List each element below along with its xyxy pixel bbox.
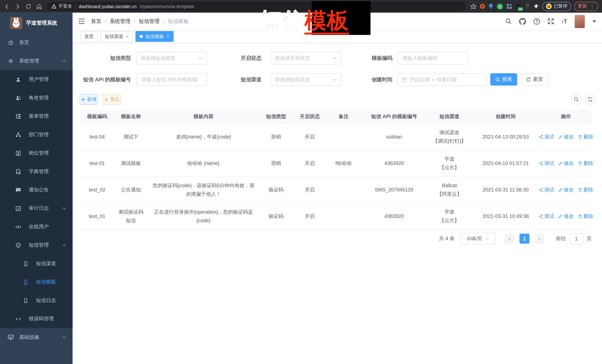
tab-sms-template[interactable]: 短信模板 × <box>135 31 173 42</box>
sms-type-select[interactable]: 请选择短信类型 <box>136 52 207 64</box>
ext-tool-icon[interactable] <box>525 3 530 9</box>
sidebar-item-audit-log[interactable]: 审计日志 <box>0 199 73 217</box>
table-row[interactable]: test-01 测试模板 哈哈哈 {name} 营销 开启 f哈哈哈 43839… <box>80 150 592 177</box>
action-delete-link[interactable]: 删除 <box>578 186 593 194</box>
prev-page-button[interactable]: ‹ <box>505 234 515 244</box>
font-size-icon[interactable]: TT <box>561 18 567 24</box>
action-test-link[interactable]: 测试 <box>538 212 554 221</box>
pencil-icon <box>558 135 563 139</box>
table-refresh-button[interactable] <box>585 94 595 105</box>
sidebar-item-sms-channel[interactable]: 短信渠道 <box>0 254 73 273</box>
date-range-picker[interactable]: 开始日期 - 结束日期 <box>398 73 487 86</box>
sidebar-item-sms[interactable]: 短信管理 <box>0 236 73 254</box>
reload-icon[interactable] <box>25 3 32 10</box>
tab-sms-channel[interactable]: 短信渠道 × <box>101 31 133 42</box>
action-test-link[interactable]: 测试 <box>538 133 554 141</box>
table-row[interactable]: test-04 测试下 老鸡{name}，牛逼{code} 营销 开启 suib… <box>80 124 592 150</box>
col-header: 短信渠道 <box>428 110 471 124</box>
annotation-red-text: 模板 <box>304 8 349 35</box>
page-1-button[interactable]: 1 <box>520 234 529 244</box>
reset-button[interactable]: 重置 <box>521 73 548 85</box>
sidebar-item-users[interactable]: 用户管理 <box>0 70 73 89</box>
forward-icon[interactable] <box>15 3 21 10</box>
sidebar-fold-icon[interactable] <box>78 18 85 24</box>
avatar-caret-down-icon[interactable] <box>592 20 596 22</box>
fullscreen-icon[interactable] <box>548 18 554 24</box>
sidebar-item-label: 通知公告 <box>29 187 49 193</box>
sidebar-item-posts[interactable]: 岗位管理 <box>0 144 73 162</box>
sidebar-item-infrastructure[interactable]: 基础设施 <box>0 328 73 346</box>
breadcrumb-sms[interactable]: 短信管理 <box>139 18 160 25</box>
shield-check-icon <box>15 242 21 248</box>
url-path: /system/sms/sms-template <box>140 4 194 9</box>
ext-orange-ring-icon[interactable] <box>480 4 485 9</box>
back-icon[interactable] <box>4 3 10 10</box>
action-edit-link[interactable]: 修改 <box>558 186 574 194</box>
table-search-toggle-button[interactable] <box>571 94 582 105</box>
phone-icon <box>23 261 28 266</box>
profile-paused-pill[interactable]: 已暂停 <box>543 2 571 11</box>
sidebar-item-online-users[interactable]: 在线用户 <box>0 218 73 236</box>
search-button[interactable]: 搜索 <box>490 73 517 85</box>
add-button[interactable]: 新增 <box>79 94 98 105</box>
address-bar[interactable]: 不安全 dashboard.yudao.iocoder.cn/system/sm… <box>47 2 466 11</box>
goto-label: 前往 <box>556 235 566 242</box>
action-delete-link[interactable]: 删除 <box>578 159 593 168</box>
ext-tampermonkey-icon[interactable]: on <box>516 4 521 9</box>
action-delete-link[interactable]: 删除 <box>578 212 593 221</box>
action-edit-link[interactable]: 修改 <box>558 159 574 168</box>
bookmark-star-icon[interactable] <box>470 3 476 10</box>
share-icon <box>538 187 543 192</box>
template-code-input[interactable] <box>401 55 464 61</box>
goto-page-input[interactable] <box>570 233 583 244</box>
channel-select[interactable]: 请选择短信渠道 <box>271 73 341 86</box>
help-icon[interactable] <box>533 18 540 25</box>
github-icon[interactable] <box>519 18 526 25</box>
sidebar-item-departments[interactable]: 部门管理 <box>0 125 73 144</box>
search-icon[interactable] <box>505 18 512 24</box>
select-placeholder: 请选择短信渠道 <box>275 76 330 83</box>
security-warning[interactable]: 不安全 <box>52 3 72 10</box>
breadcrumb-home[interactable]: 首页 <box>91 18 101 25</box>
breadcrumb-system[interactable]: 系统管理 <box>110 18 130 25</box>
update-button[interactable]: 更新 ⋮ <box>574 2 598 11</box>
col-header: 开启状态 <box>293 110 327 124</box>
sidebar-item-system[interactable]: 系统管理 <box>0 52 73 70</box>
sidebar-item-roles[interactable]: 角色管理 <box>0 89 73 107</box>
sidebar-item-notice[interactable]: 通知公告 <box>0 181 73 199</box>
action-test-link[interactable]: 测试 <box>538 159 554 168</box>
tab-close-icon[interactable]: × <box>126 34 129 39</box>
browser-menu-icon[interactable]: ⋮ <box>590 3 595 9</box>
action-test-link[interactable]: 测试 <box>538 186 554 194</box>
col-header: 模板名称 <box>114 110 148 124</box>
sidebar-item-error-code[interactable]: 错误码管理 <box>0 310 73 328</box>
sidebar-item-sms-template[interactable]: 短信模板 <box>0 273 73 291</box>
api-template-id-input[interactable] <box>140 76 203 83</box>
page-size-select[interactable]: 10条/页 <box>460 233 496 244</box>
ext-blue-gem-icon[interactable] <box>488 3 494 9</box>
sidebar-item-sms-log[interactable]: 短信日志 <box>0 291 73 310</box>
user-avatar[interactable] <box>574 14 585 28</box>
status-select[interactable]: 请选择开启状态 <box>271 52 341 64</box>
action-edit-link[interactable]: 修改 <box>558 133 574 141</box>
ext-puzzle-icon[interactable] <box>533 3 539 9</box>
action-label: 测试 <box>544 133 554 141</box>
next-page-button[interactable]: › <box>534 234 544 244</box>
sidebar-item-menus[interactable]: 菜单管理 <box>0 107 73 125</box>
action-delete-link[interactable]: 删除 <box>578 133 593 141</box>
sidebar-item-dict[interactable]: 字典管理 <box>0 162 73 180</box>
action-edit-link[interactable]: 修改 <box>558 212 574 221</box>
export-button[interactable]: 导出 <box>102 94 121 105</box>
tab-close-icon[interactable]: × <box>167 34 169 39</box>
home-icon[interactable] <box>36 3 42 10</box>
table-row[interactable]: test_02 公告通知 您的验证码{code}，该验证码5分钟内有效，请勿泄漏… <box>80 177 592 203</box>
sidebar-item-home[interactable]: 首页 <box>0 33 73 52</box>
tab-home[interactable]: 首页 <box>80 31 98 42</box>
ext-grid-icon[interactable] <box>506 3 512 9</box>
cell-name: 测试下 <box>114 124 148 150</box>
table-row[interactable]: test_01 测试验证码短信 正在进行登录操作{operation}，您的验证… <box>80 203 592 229</box>
table-header-row: 模板编码 模板名称 模板内容 短信类型 开启状态 备注 短信 API 的模板编号… <box>80 110 592 124</box>
ext-green-v-icon[interactable]: y <box>497 3 503 10</box>
cell-created-at: 2021-04-10 01:07:21 <box>471 150 540 177</box>
filter-label-sms-type: 短信类型 <box>73 52 131 64</box>
